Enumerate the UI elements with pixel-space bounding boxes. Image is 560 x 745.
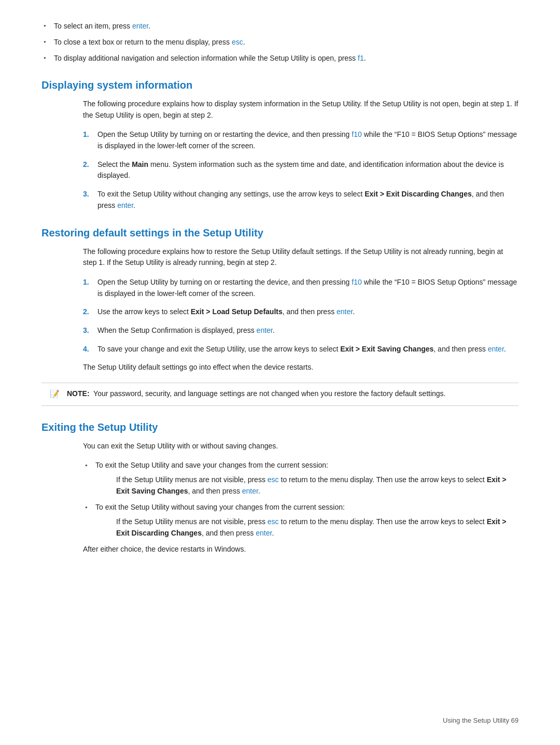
section2-steps: 1. Open the Setup Utility by turning on … [83, 277, 519, 355]
intro-bullet-3: To display additional navigation and sel… [41, 53, 519, 64]
section2-step-1: 1. Open the Setup Utility by turning on … [83, 277, 519, 299]
note-text: Your password, security, and language se… [93, 389, 445, 398]
section3-bullets: To exit the Setup Utility and save your … [83, 460, 519, 539]
enter-link-2[interactable]: enter [117, 201, 133, 209]
footer-text: Using the Setup Utility 69 [443, 716, 519, 724]
intro-bullet-2-text: To close a text box or return to the men… [54, 38, 232, 46]
step-num-3: 3. [83, 189, 97, 211]
enter-link-5[interactable]: enter [488, 345, 504, 353]
section-displaying-system-info: Displaying system information The follow… [41, 79, 519, 212]
section3-bullet-1-body: If the Setup Utility menus are not visib… [95, 474, 519, 497]
intro-bullet-1: To select an item, press enter. [41, 21, 519, 32]
section2-after-steps: The Setup Utility default settings go in… [83, 362, 519, 373]
f10-link-1[interactable]: f10 [352, 130, 361, 138]
esc-link-3[interactable]: esc [268, 517, 279, 526]
s2-step-num-3: 3. [83, 325, 97, 336]
section2-step-3: 3. When the Setup Confirmation is displa… [83, 325, 519, 336]
f10-link-2[interactable]: f10 [352, 278, 361, 286]
intro-bullet-2: To close a text box or return to the men… [41, 37, 519, 48]
s2-step-num-4: 4. [83, 344, 97, 355]
section-restoring-defaults: Restoring default settings in the Setup … [41, 227, 519, 406]
enter-link-3[interactable]: enter [337, 307, 353, 316]
section2-step-2: 2. Use the arrow keys to select Exit > L… [83, 306, 519, 318]
note-icon: 📝 [50, 388, 60, 400]
section2-heading: Restoring default settings in the Setup … [41, 227, 519, 239]
step-num-1: 1. [83, 129, 97, 151]
esc-link-1[interactable]: esc [232, 38, 243, 46]
section1-body: The following procedure explains how to … [41, 99, 519, 212]
section3-bullet-2: To exit the Setup Utility without saving… [83, 502, 519, 539]
section-exiting: Exiting the Setup Utility You can exit t… [41, 421, 519, 556]
note-box: 📝 NOTE: Your password, security, and lan… [41, 383, 519, 406]
section1-heading: Displaying system information [41, 79, 519, 91]
section1-step-2: 2. Select the Main menu. System informat… [83, 159, 519, 181]
section3-bullet-2-text: To exit the Setup Utility without saving… [95, 503, 345, 511]
section3-bullet-1: To exit the Setup Utility and save your … [83, 460, 519, 497]
step-num-2: 2. [83, 159, 97, 181]
section3-body: You can exit the Setup Utility with or w… [41, 441, 519, 556]
footer: Using the Setup Utility 69 [443, 716, 519, 724]
enter-link-1[interactable]: enter [132, 22, 148, 30]
section3-bullet-1-text: To exit the Setup Utility and save your … [95, 461, 328, 469]
intro-bullets: To select an item, press enter. To close… [41, 21, 519, 64]
intro-bullet-1-text: To select an item, press [54, 22, 132, 30]
note-label: NOTE: [67, 389, 90, 398]
section1-step-3: 3. To exit the Setup Utility without cha… [83, 189, 519, 211]
enter-link-4[interactable]: enter [257, 326, 273, 334]
section1-intro: The following procedure explains how to … [83, 99, 519, 121]
s2-step-num-1: 1. [83, 277, 97, 299]
esc-link-2[interactable]: esc [268, 475, 279, 484]
enter-link-7[interactable]: enter [256, 529, 272, 537]
f1-link[interactable]: f1 [358, 54, 364, 62]
section2-intro: The following procedure explains how to … [83, 246, 519, 269]
enter-link-6[interactable]: enter [242, 487, 258, 495]
section2-step-4: 4. To save your change and exit the Setu… [83, 344, 519, 355]
section1-steps: 1. Open the Setup Utility by turning on … [83, 129, 519, 211]
section3-after-bullets: After either choice, the device restarts… [83, 544, 519, 555]
section3-bullet-2-body: If the Setup Utility menus are not visib… [95, 516, 519, 539]
intro-bullet-3-text: To display additional navigation and sel… [54, 54, 358, 62]
section2-body: The following procedure explains how to … [41, 246, 519, 374]
section3-intro: You can exit the Setup Utility with or w… [83, 441, 519, 452]
s2-step-num-2: 2. [83, 306, 97, 318]
section1-step-1: 1. Open the Setup Utility by turning on … [83, 129, 519, 151]
section3-heading: Exiting the Setup Utility [41, 421, 519, 433]
